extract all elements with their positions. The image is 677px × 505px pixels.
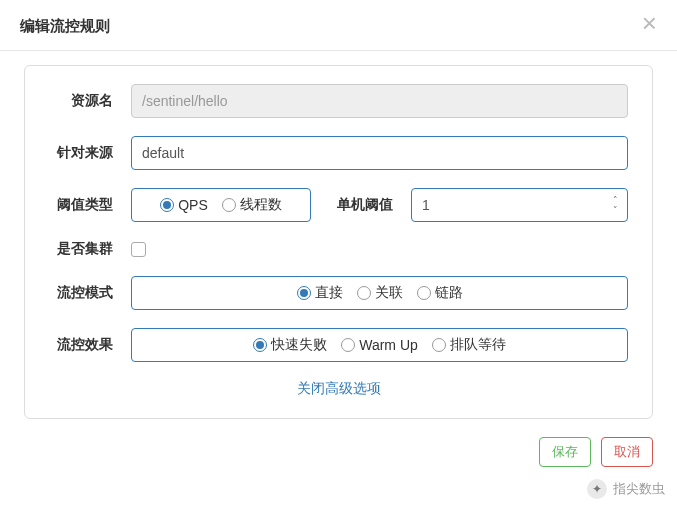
radio-dot-icon	[253, 338, 267, 352]
radio-dot-icon	[357, 286, 371, 300]
radio-dot-icon	[341, 338, 355, 352]
resource-input	[131, 84, 628, 118]
modal-header: 编辑流控规则 ×	[0, 0, 677, 51]
radio-qps[interactable]: QPS	[160, 197, 208, 213]
row-source: 针对来源	[49, 136, 628, 170]
close-icon[interactable]: ×	[642, 10, 657, 36]
radio-dot-icon	[160, 198, 174, 212]
radio-label: 线程数	[240, 196, 282, 214]
row-threshold: 阈值类型 QPS 线程数 单机阈值 1 ˄ ˅	[49, 188, 628, 222]
modal-title: 编辑流控规则	[20, 17, 110, 36]
label-resource: 资源名	[49, 92, 131, 110]
row-resource: 资源名	[49, 84, 628, 118]
cluster-checkbox[interactable]	[131, 242, 146, 257]
radio-dot-icon	[417, 286, 431, 300]
row-effect: 流控效果 快速失败 Warm Up 排队等待	[49, 328, 628, 362]
radio-label: 快速失败	[271, 336, 327, 354]
chevron-down-icon[interactable]: ˅	[607, 206, 623, 215]
label-source: 针对来源	[49, 144, 131, 162]
radio-dot-icon	[222, 198, 236, 212]
form-panel: 资源名 针对来源 阈值类型 QPS 线程数 单机阈值	[24, 65, 653, 419]
cancel-button[interactable]: 取消	[601, 437, 653, 467]
watermark-text: 指尖数虫	[613, 480, 665, 498]
toggle-advanced-link[interactable]: 关闭高级选项	[49, 380, 628, 398]
radio-dot-icon	[297, 286, 311, 300]
radio-effect-fail[interactable]: 快速失败	[253, 336, 327, 354]
chevron-up-icon[interactable]: ˄	[607, 196, 623, 205]
threshold-spinner[interactable]: 1 ˄ ˅	[411, 188, 628, 222]
label-single-threshold: 单机阈值	[311, 196, 411, 214]
spinner-buttons: ˄ ˅	[607, 192, 623, 218]
radio-label: 关联	[375, 284, 403, 302]
radio-mode-direct[interactable]: 直接	[297, 284, 343, 302]
effect-group: 快速失败 Warm Up 排队等待	[131, 328, 628, 362]
wechat-icon: ✦	[587, 479, 607, 499]
label-mode: 流控模式	[49, 284, 131, 302]
radio-thread[interactable]: 线程数	[222, 196, 282, 214]
source-input[interactable]	[131, 136, 628, 170]
radio-label: Warm Up	[359, 337, 418, 353]
spinner-value: 1	[422, 197, 430, 213]
row-mode: 流控模式 直接 关联 链路	[49, 276, 628, 310]
radio-effect-warmup[interactable]: Warm Up	[341, 337, 418, 353]
radio-label: 直接	[315, 284, 343, 302]
watermark: ✦ 指尖数虫	[587, 479, 665, 499]
radio-mode-chain[interactable]: 链路	[417, 284, 463, 302]
mode-group: 直接 关联 链路	[131, 276, 628, 310]
threshold-type-group: QPS 线程数	[131, 188, 311, 222]
modal-footer: 保存 取消	[0, 429, 677, 477]
radio-dot-icon	[432, 338, 446, 352]
label-effect: 流控效果	[49, 336, 131, 354]
radio-label: QPS	[178, 197, 208, 213]
radio-mode-relate[interactable]: 关联	[357, 284, 403, 302]
row-cluster: 是否集群	[49, 240, 628, 258]
label-cluster: 是否集群	[49, 240, 131, 258]
label-threshold-type: 阈值类型	[49, 196, 131, 214]
save-button[interactable]: 保存	[539, 437, 591, 467]
radio-effect-queue[interactable]: 排队等待	[432, 336, 506, 354]
radio-label: 链路	[435, 284, 463, 302]
radio-label: 排队等待	[450, 336, 506, 354]
